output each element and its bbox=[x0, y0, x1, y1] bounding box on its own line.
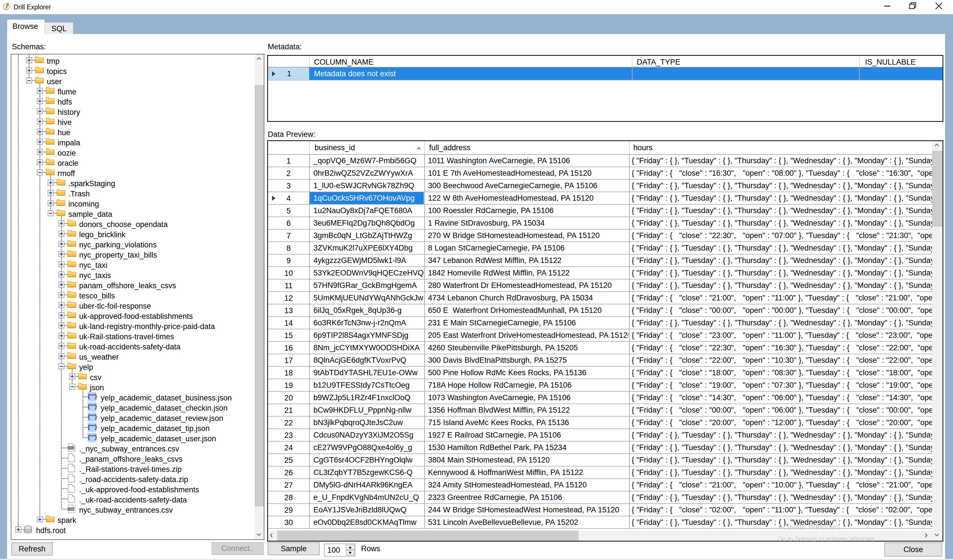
svg-text:CSV: CSV bbox=[68, 447, 74, 450]
svg-text:CSV: CSV bbox=[68, 508, 74, 511]
